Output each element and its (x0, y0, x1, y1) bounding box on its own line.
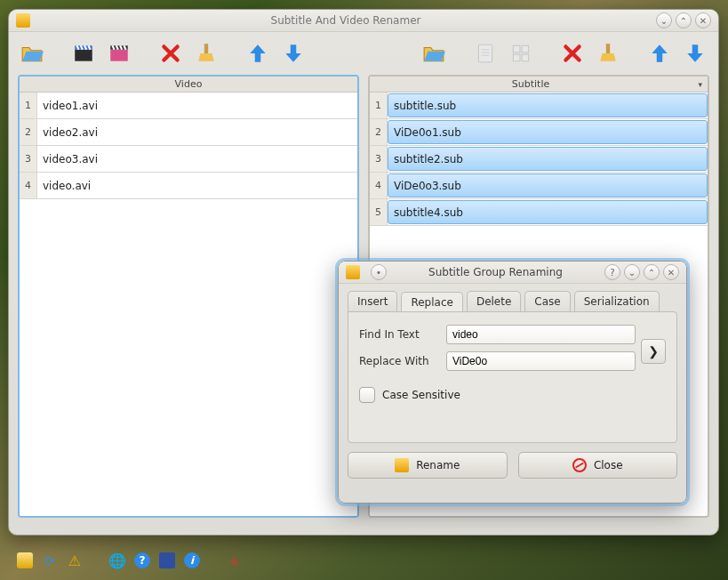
list-item[interactable]: 3video3.avi (20, 146, 357, 173)
close-button-label: Close (594, 459, 623, 471)
status-help-icon[interactable]: ? (134, 552, 150, 568)
video-list[interactable]: 1video1.avi 2video2.avi 3video3.avi 4vid… (20, 93, 357, 516)
tab-case[interactable]: Case (524, 291, 570, 311)
replace-input[interactable] (446, 351, 636, 371)
subtitle-panel-header[interactable]: Subtitle (370, 77, 708, 93)
video-panel: Video 1video1.avi 2video2.avi 3video3.av… (18, 75, 359, 518)
delete-video-button[interactable] (155, 37, 187, 69)
list-item[interactable]: 2video2.avi (20, 119, 357, 146)
close-button[interactable]: Close (518, 452, 678, 479)
list-item[interactable]: 1video1.avi (20, 93, 357, 119)
toolbar (9, 32, 718, 75)
window-title: Subtitle And Video Renamer (36, 14, 656, 27)
dialog-help-button[interactable]: ? (604, 264, 620, 280)
grid-icon-button[interactable] (505, 37, 537, 69)
list-item[interactable]: 4ViDe0o3.sub (370, 173, 708, 199)
dialog-titlebar: • Subtitle Group Renaming ? ⌄ ⌃ ✕ (339, 262, 686, 284)
tab-delete[interactable]: Delete (467, 291, 521, 311)
list-item[interactable]: 2ViDe0o1.sub (370, 119, 708, 146)
clear-video-button[interactable] (190, 37, 222, 69)
clapper-color-icon-button[interactable] (103, 37, 135, 69)
document-icon-button[interactable] (469, 37, 501, 69)
swap-icon: ❯ (648, 344, 659, 358)
svg-rect-7 (522, 45, 529, 52)
svg-rect-5 (478, 44, 492, 62)
close-window-button[interactable]: ✕ (695, 12, 711, 28)
clear-subtitle-button[interactable] (592, 37, 624, 69)
svg-rect-0 (75, 50, 92, 61)
status-info-icon[interactable]: i (184, 552, 200, 568)
open-folder-subtitle-button[interactable] (418, 37, 450, 69)
svg-rect-2 (110, 50, 128, 61)
dialog-app-icon (346, 265, 360, 279)
status-globe-icon[interactable]: 🌐 (109, 552, 125, 568)
case-sensitive-label: Case Sensitive (382, 389, 460, 401)
clapper-icon-button[interactable] (68, 37, 100, 69)
list-item[interactable]: 3subtitle2.sub (370, 146, 708, 173)
svg-rect-9 (522, 54, 529, 61)
dialog-tabs: Insert Replace Delete Case Serialization (339, 284, 686, 311)
move-up-subtitle-button[interactable] (644, 37, 676, 69)
status-warning-icon[interactable]: ⚠ (67, 552, 83, 568)
dialog-buttons: Rename Close (339, 443, 686, 479)
app-icon (16, 13, 30, 28)
dialog-min-button[interactable]: ⌄ (624, 264, 640, 280)
delete-subtitle-button[interactable] (556, 37, 588, 69)
dialog-tab-body: Find In Text Replace With ❯ Case Sensiti… (348, 311, 677, 443)
tab-serialization[interactable]: Serialization (574, 291, 660, 311)
video-panel-header[interactable]: Video (20, 77, 357, 93)
minimize-button[interactable]: ⌄ (656, 12, 672, 28)
case-sensitive-checkbox[interactable] (359, 387, 375, 403)
status-refresh-icon[interactable]: ⟳ (42, 552, 58, 568)
list-item[interactable]: 4video.avi (20, 173, 357, 199)
swap-button[interactable]: ❯ (641, 339, 666, 364)
window-controls: ⌄ ⌃ ✕ (656, 12, 711, 28)
svg-rect-8 (513, 54, 520, 61)
move-down-video-button[interactable] (277, 37, 309, 69)
rename-icon (395, 458, 409, 472)
svg-rect-6 (513, 45, 520, 52)
close-icon (572, 458, 587, 472)
tab-insert[interactable]: Insert (348, 291, 397, 311)
find-label: Find In Text (359, 328, 437, 341)
open-folder-video-button[interactable] (16, 37, 48, 69)
maximize-button[interactable]: ⌃ (676, 12, 692, 28)
tab-replace[interactable]: Replace (401, 292, 462, 312)
dialog-close-button[interactable]: ✕ (663, 264, 679, 280)
status-flag-icon[interactable] (159, 552, 175, 568)
move-down-subtitle-button[interactable] (679, 37, 711, 69)
dialog-title: Subtitle Group Renaming (387, 266, 604, 278)
main-titlebar: Subtitle And Video Renamer ⌄ ⌃ ✕ (9, 10, 718, 32)
status-exit-icon[interactable]: ⎆ (227, 552, 243, 568)
svg-rect-4 (204, 44, 208, 53)
dialog-max-button[interactable]: ⌃ (644, 264, 660, 280)
rename-button-label: Rename (416, 459, 460, 471)
svg-rect-10 (606, 44, 610, 53)
status-new-icon[interactable] (17, 552, 33, 568)
find-input[interactable] (446, 325, 636, 344)
rename-dialog: • Subtitle Group Renaming ? ⌄ ⌃ ✕ Insert… (338, 261, 687, 503)
list-item[interactable]: 5subtitle4.sub (370, 199, 708, 226)
dialog-pin-button[interactable]: • (371, 264, 387, 280)
move-up-video-button[interactable] (242, 37, 274, 69)
list-item[interactable]: 1subtitle.sub (370, 93, 708, 119)
rename-button[interactable]: Rename (348, 452, 508, 479)
statusbar: ⟳ ⚠ 🌐 ? i ⎆ (8, 548, 719, 573)
replace-label: Replace With (359, 355, 437, 367)
